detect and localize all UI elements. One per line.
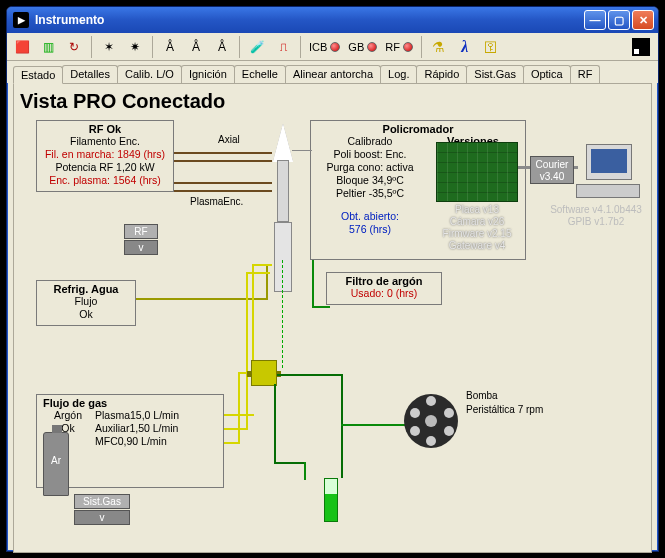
pcb-image — [436, 142, 518, 202]
gas-cylinder-icon: Ar — [43, 432, 69, 496]
pipe-argon — [312, 306, 330, 308]
gas-title: Flujo de gas — [41, 397, 219, 409]
tab-alinear[interactable]: Alinear antorcha — [285, 65, 381, 83]
rf-line-graphic — [174, 160, 272, 162]
pipe-sample — [341, 424, 405, 426]
toolbar-rf-indicator: RF — [383, 41, 415, 53]
poly-obt2: 576 (hrs) — [315, 223, 425, 236]
label-plasma: PlasmaEnc. — [190, 196, 243, 207]
toolbar-flask-icon[interactable]: ⚗ — [428, 36, 450, 58]
toolbar-spark-icon[interactable]: ✶ — [98, 36, 120, 58]
pipe-sample — [274, 462, 304, 464]
argon-title: Filtro de argón — [331, 275, 437, 287]
poly-l2: Poli boost: Enc. — [315, 148, 425, 161]
poly-l1: Calibrado — [315, 135, 425, 148]
argon-filter-panel: Filtro de argón Usado: 0 (hrs) — [326, 272, 442, 305]
sistgas-dropdown[interactable]: v — [74, 510, 130, 525]
pipe-sample — [304, 462, 306, 480]
tab-optica[interactable]: Optica — [523, 65, 571, 83]
rf-line-graphic — [174, 182, 272, 184]
pipe-gas — [246, 272, 270, 274]
pipe-sample — [277, 374, 343, 376]
window-close-button[interactable]: ✕ — [632, 10, 654, 30]
toolbar-status-icon — [632, 38, 650, 56]
pipe-argon — [312, 260, 314, 308]
toolbar-gb-indicator: GB — [346, 41, 379, 53]
valve-graphic — [251, 360, 277, 386]
pipe-gas — [246, 272, 248, 430]
toolbar-refresh-icon[interactable]: ↻ — [63, 36, 85, 58]
gas-argon: Argón — [41, 409, 95, 422]
axial-line — [292, 150, 312, 151]
sistgas-button[interactable]: Sist.Gas — [74, 494, 130, 509]
toolbar-lambda-icon[interactable]: λ — [454, 36, 476, 58]
toolbar-warn-icon[interactable]: ⎍ — [272, 36, 294, 58]
poly-l4: Bloque 34,9ºC — [315, 174, 425, 187]
icb-dot-icon — [330, 42, 340, 52]
rf-title: RF Ok — [41, 123, 169, 135]
pump-graphic — [404, 394, 458, 448]
rf-line4: Enc. plasma: 1564 (hrs) — [41, 174, 169, 187]
toolbar-torch1-icon[interactable]: Å — [159, 36, 181, 58]
pipe-sample — [274, 384, 276, 464]
rf-line1: Filamento Enc. — [41, 135, 169, 148]
toolbar-spark2-icon[interactable]: ✷ — [124, 36, 146, 58]
tab-ignicion[interactable]: Ignición — [181, 65, 235, 83]
window-title: Instrumento — [35, 13, 104, 27]
courier-box: Courierv3.40 — [530, 156, 574, 184]
rf-panel: RF Ok Filamento Enc. Fil. en marcha: 184… — [36, 120, 174, 192]
toolbar-stop-icon[interactable]: 🟥 — [11, 36, 33, 58]
gb-dot-icon — [367, 42, 377, 52]
toolbar-torch2-icon[interactable]: Å — [185, 36, 207, 58]
pc-graphic — [576, 144, 646, 200]
tab-estado[interactable]: Estado — [13, 66, 63, 84]
tab-log[interactable]: Log. — [380, 65, 417, 83]
diagram-canvas: Vista PRO Conectado RF Ok Filamento Enc.… — [13, 83, 652, 553]
window-maximize-button[interactable]: ▢ — [608, 10, 630, 30]
pump-l2: Peristáltica 7 rpm — [466, 404, 543, 415]
pipe-sample — [341, 374, 343, 478]
toolbar-page-icon[interactable]: ▥ — [37, 36, 59, 58]
poly-title: Policromador — [315, 123, 521, 135]
pipe-water — [266, 264, 268, 300]
argon-l1: Usado: 0 (hrs) — [331, 287, 437, 300]
gas-aux: Auxiliar1,50 L/min — [95, 422, 219, 435]
pipe-gas — [238, 372, 240, 444]
poly-l3: Purga cono: activa — [315, 161, 425, 174]
pipe-gas — [224, 428, 248, 430]
refrig-l1: Flujo — [41, 295, 131, 308]
torch-graphic — [272, 124, 294, 302]
tab-calib[interactable]: Calib. L/O — [117, 65, 182, 83]
rf-button[interactable]: RF — [124, 224, 158, 239]
pipe-gas — [252, 264, 254, 360]
rf-line-graphic — [174, 190, 272, 192]
toolbar-bottle-icon[interactable]: 🧪 — [246, 36, 268, 58]
rf-line-graphic — [174, 152, 272, 154]
label-axial: Axial — [218, 134, 240, 145]
pc-versions: Software v4.1.0b443GPIB v1.7b2 — [538, 204, 654, 228]
toolbar-torch3-icon[interactable]: Å — [211, 36, 233, 58]
toolbar-key-icon[interactable]: ⚿ — [480, 36, 502, 58]
window-minimize-button[interactable]: — — [584, 10, 606, 30]
toolbar-icb-indicator: ICB — [307, 41, 342, 53]
toolbar: 🟥 ▥ ↻ ✶ ✷ Å Å Å 🧪 ⎍ ICB GB RF ⚗ λ ⚿ — [7, 33, 658, 61]
pump-l1: Bomba — [466, 390, 498, 401]
refrig-title: Refrig. Agua — [41, 283, 131, 295]
tab-sistgas[interactable]: Sist.Gas — [466, 65, 524, 83]
tab-echelle[interactable]: Echelle — [234, 65, 286, 83]
poly-obt1: Obt. abierto: — [315, 210, 425, 223]
tab-detalles[interactable]: Detalles — [62, 65, 118, 83]
tab-rapido[interactable]: Rápido — [416, 65, 467, 83]
pcb-versions: Placa v13 Cámara v26 Firmware v2.15 Gate… — [436, 204, 518, 252]
titlebar: ▶ Instrumento — ▢ ✕ — [7, 7, 658, 33]
rf-line3: Potencia RF 1,20 kW — [41, 161, 169, 174]
gas-mfc: MFC0,90 L/min — [95, 435, 219, 448]
refrig-panel: Refrig. Agua Flujo Ok — [36, 280, 136, 326]
gas-plasma: Plasma15,0 L/min — [95, 409, 219, 422]
rf-dropdown[interactable]: v — [124, 240, 158, 255]
tabs: Estado Detalles Calib. L/O Ignición Eche… — [7, 61, 658, 83]
refrig-l2: Ok — [41, 308, 131, 321]
poly-l5: Peltier -35,5ºC — [315, 187, 425, 200]
app-icon: ▶ — [13, 12, 29, 28]
tab-rf[interactable]: RF — [570, 65, 601, 83]
